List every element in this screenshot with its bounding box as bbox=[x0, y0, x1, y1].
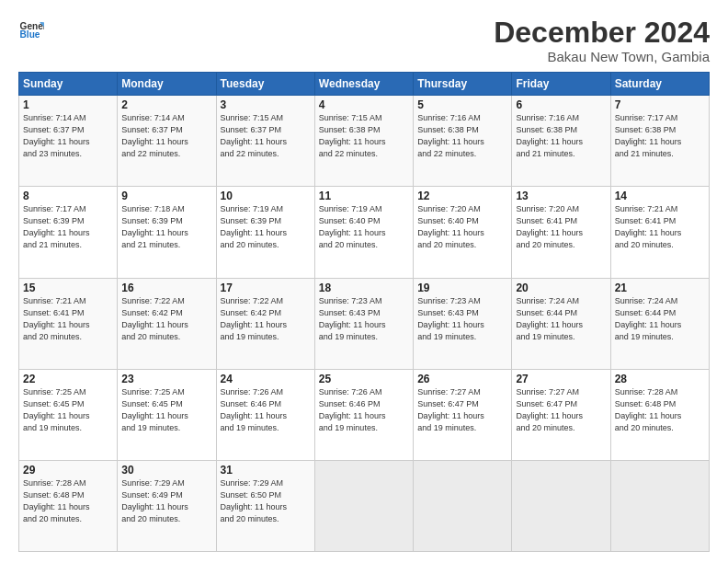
logo: General Blue bbox=[18, 17, 44, 42]
title-block: December 2024 Bakau New Town, Gambia bbox=[494, 17, 710, 64]
calendar-body: 1Sunrise: 7:14 AM Sunset: 6:37 PM Daylig… bbox=[19, 96, 710, 552]
day-number: 7 bbox=[615, 98, 705, 111]
day-info: Sunrise: 7:24 AM Sunset: 6:44 PM Dayligh… bbox=[516, 295, 606, 343]
day-info: Sunrise: 7:24 AM Sunset: 6:44 PM Dayligh… bbox=[615, 295, 705, 343]
day-number: 20 bbox=[516, 282, 606, 294]
calendar-header-cell: Tuesday bbox=[216, 73, 314, 96]
calendar-day-cell: 26Sunrise: 7:27 AM Sunset: 6:47 PM Dayli… bbox=[414, 369, 512, 460]
day-number: 25 bbox=[319, 373, 409, 385]
day-number: 5 bbox=[417, 98, 507, 111]
day-number: 16 bbox=[121, 282, 211, 294]
calendar-day-cell: 14Sunrise: 7:21 AM Sunset: 6:41 PM Dayli… bbox=[610, 187, 709, 278]
day-info: Sunrise: 7:27 AM Sunset: 6:47 PM Dayligh… bbox=[516, 386, 606, 434]
calendar-day-cell: 20Sunrise: 7:24 AM Sunset: 6:44 PM Dayli… bbox=[512, 278, 610, 369]
calendar-header-cell: Thursday bbox=[414, 73, 512, 96]
day-number: 19 bbox=[417, 282, 507, 294]
calendar-day-cell: 21Sunrise: 7:24 AM Sunset: 6:44 PM Dayli… bbox=[610, 278, 709, 369]
day-number: 24 bbox=[221, 373, 311, 385]
calendar-day-cell: 16Sunrise: 7:22 AM Sunset: 6:42 PM Dayli… bbox=[118, 278, 216, 369]
calendar-header-cell: Monday bbox=[118, 73, 216, 96]
day-number: 17 bbox=[221, 282, 311, 294]
day-number: 22 bbox=[23, 373, 113, 385]
calendar-day-cell: 19Sunrise: 7:23 AM Sunset: 6:43 PM Dayli… bbox=[414, 278, 512, 369]
calendar-header-cell: Saturday bbox=[610, 73, 709, 96]
calendar-day-cell: 2Sunrise: 7:14 AM Sunset: 6:37 PM Daylig… bbox=[118, 96, 216, 187]
calendar-day-cell: 18Sunrise: 7:23 AM Sunset: 6:43 PM Dayli… bbox=[314, 278, 413, 369]
day-number: 27 bbox=[516, 373, 606, 385]
calendar-header-cell: Friday bbox=[512, 73, 610, 96]
calendar-day-cell: 27Sunrise: 7:27 AM Sunset: 6:47 PM Dayli… bbox=[512, 369, 610, 460]
calendar-day-cell: 28Sunrise: 7:28 AM Sunset: 6:48 PM Dayli… bbox=[610, 369, 709, 460]
calendar-table: SundayMondayTuesdayWednesdayThursdayFrid… bbox=[18, 72, 710, 552]
calendar-day-cell: 10Sunrise: 7:19 AM Sunset: 6:39 PM Dayli… bbox=[216, 187, 314, 278]
day-info: Sunrise: 7:26 AM Sunset: 6:46 PM Dayligh… bbox=[221, 386, 311, 434]
day-info: Sunrise: 7:14 AM Sunset: 6:37 PM Dayligh… bbox=[23, 112, 113, 160]
day-number: 30 bbox=[121, 464, 211, 477]
day-number: 10 bbox=[221, 190, 311, 202]
svg-text:Blue: Blue bbox=[20, 29, 40, 40]
day-info: Sunrise: 7:27 AM Sunset: 6:47 PM Dayligh… bbox=[417, 386, 507, 434]
day-info: Sunrise: 7:18 AM Sunset: 6:39 PM Dayligh… bbox=[121, 203, 211, 251]
calendar-day-cell: 15Sunrise: 7:21 AM Sunset: 6:41 PM Dayli… bbox=[19, 278, 118, 369]
day-number: 12 bbox=[417, 190, 507, 202]
day-info: Sunrise: 7:16 AM Sunset: 6:38 PM Dayligh… bbox=[417, 112, 507, 160]
calendar-header-row: SundayMondayTuesdayWednesdayThursdayFrid… bbox=[19, 73, 710, 96]
day-info: Sunrise: 7:23 AM Sunset: 6:43 PM Dayligh… bbox=[319, 295, 409, 343]
logo-icon: General Blue bbox=[18, 17, 44, 42]
day-info: Sunrise: 7:17 AM Sunset: 6:38 PM Dayligh… bbox=[615, 112, 705, 160]
day-info: Sunrise: 7:28 AM Sunset: 6:48 PM Dayligh… bbox=[615, 386, 705, 434]
day-info: Sunrise: 7:25 AM Sunset: 6:45 PM Dayligh… bbox=[23, 386, 113, 434]
day-info: Sunrise: 7:28 AM Sunset: 6:48 PM Dayligh… bbox=[23, 477, 113, 525]
calendar-day-cell: 11Sunrise: 7:19 AM Sunset: 6:40 PM Dayli… bbox=[314, 187, 413, 278]
calendar-day-cell: 1Sunrise: 7:14 AM Sunset: 6:37 PM Daylig… bbox=[19, 96, 118, 187]
header: General Blue December 2024 Bakau New Tow… bbox=[18, 17, 710, 64]
day-number: 18 bbox=[319, 282, 409, 294]
calendar-day-cell bbox=[512, 460, 610, 551]
calendar-day-cell: 31Sunrise: 7:29 AM Sunset: 6:50 PM Dayli… bbox=[216, 460, 314, 551]
calendar-day-cell bbox=[314, 460, 413, 551]
calendar-day-cell: 9Sunrise: 7:18 AM Sunset: 6:39 PM Daylig… bbox=[118, 187, 216, 278]
day-info: Sunrise: 7:16 AM Sunset: 6:38 PM Dayligh… bbox=[516, 112, 606, 160]
calendar-day-cell: 24Sunrise: 7:26 AM Sunset: 6:46 PM Dayli… bbox=[216, 369, 314, 460]
day-number: 31 bbox=[221, 464, 311, 477]
day-number: 11 bbox=[319, 190, 409, 202]
day-number: 8 bbox=[23, 190, 113, 202]
calendar-day-cell bbox=[610, 460, 709, 551]
calendar-week-row: 29Sunrise: 7:28 AM Sunset: 6:48 PM Dayli… bbox=[19, 460, 710, 551]
page: General Blue December 2024 Bakau New Tow… bbox=[0, 0, 728, 563]
calendar-week-row: 22Sunrise: 7:25 AM Sunset: 6:45 PM Dayli… bbox=[19, 369, 710, 460]
day-info: Sunrise: 7:21 AM Sunset: 6:41 PM Dayligh… bbox=[23, 295, 113, 343]
day-number: 26 bbox=[417, 373, 507, 385]
day-info: Sunrise: 7:21 AM Sunset: 6:41 PM Dayligh… bbox=[615, 203, 705, 251]
day-number: 23 bbox=[121, 373, 211, 385]
calendar-day-cell: 12Sunrise: 7:20 AM Sunset: 6:40 PM Dayli… bbox=[414, 187, 512, 278]
calendar-day-cell: 3Sunrise: 7:15 AM Sunset: 6:37 PM Daylig… bbox=[216, 96, 314, 187]
day-info: Sunrise: 7:20 AM Sunset: 6:41 PM Dayligh… bbox=[516, 203, 606, 251]
calendar-day-cell: 25Sunrise: 7:26 AM Sunset: 6:46 PM Dayli… bbox=[314, 369, 413, 460]
day-info: Sunrise: 7:26 AM Sunset: 6:46 PM Dayligh… bbox=[319, 386, 409, 434]
day-number: 2 bbox=[121, 98, 211, 111]
day-info: Sunrise: 7:19 AM Sunset: 6:39 PM Dayligh… bbox=[221, 203, 311, 251]
day-number: 1 bbox=[23, 98, 113, 111]
day-info: Sunrise: 7:15 AM Sunset: 6:38 PM Dayligh… bbox=[319, 112, 409, 160]
day-info: Sunrise: 7:23 AM Sunset: 6:43 PM Dayligh… bbox=[417, 295, 507, 343]
day-info: Sunrise: 7:22 AM Sunset: 6:42 PM Dayligh… bbox=[221, 295, 311, 343]
calendar-day-cell: 7Sunrise: 7:17 AM Sunset: 6:38 PM Daylig… bbox=[610, 96, 709, 187]
day-number: 14 bbox=[615, 190, 705, 202]
day-number: 21 bbox=[615, 282, 705, 294]
day-number: 3 bbox=[221, 98, 311, 111]
calendar-header-cell: Wednesday bbox=[314, 73, 413, 96]
calendar-day-cell: 6Sunrise: 7:16 AM Sunset: 6:38 PM Daylig… bbox=[512, 96, 610, 187]
day-info: Sunrise: 7:20 AM Sunset: 6:40 PM Dayligh… bbox=[417, 203, 507, 251]
calendar-day-cell: 23Sunrise: 7:25 AM Sunset: 6:45 PM Dayli… bbox=[118, 369, 216, 460]
day-info: Sunrise: 7:29 AM Sunset: 6:50 PM Dayligh… bbox=[221, 477, 311, 525]
day-number: 15 bbox=[23, 282, 113, 294]
day-number: 4 bbox=[319, 98, 409, 111]
calendar-day-cell: 8Sunrise: 7:17 AM Sunset: 6:39 PM Daylig… bbox=[19, 187, 118, 278]
calendar-week-row: 1Sunrise: 7:14 AM Sunset: 6:37 PM Daylig… bbox=[19, 96, 710, 187]
day-info: Sunrise: 7:22 AM Sunset: 6:42 PM Dayligh… bbox=[121, 295, 211, 343]
calendar-day-cell bbox=[414, 460, 512, 551]
day-info: Sunrise: 7:17 AM Sunset: 6:39 PM Dayligh… bbox=[23, 203, 113, 251]
calendar-day-cell: 29Sunrise: 7:28 AM Sunset: 6:48 PM Dayli… bbox=[19, 460, 118, 551]
calendar-day-cell: 30Sunrise: 7:29 AM Sunset: 6:49 PM Dayli… bbox=[118, 460, 216, 551]
